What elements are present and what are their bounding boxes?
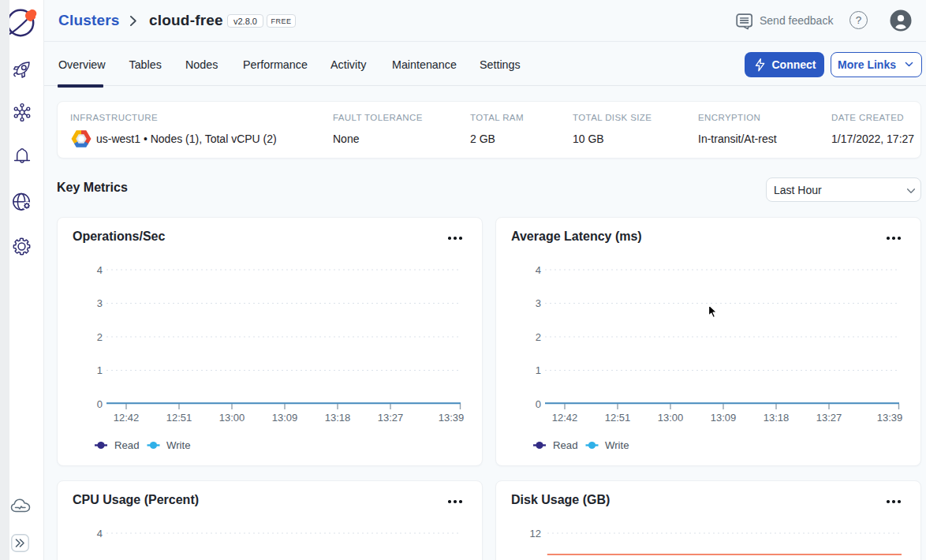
svg-text:13:18: 13:18 [325,412,351,424]
svg-text:12: 12 [530,528,541,539]
svg-text:13:18: 13:18 [764,412,790,424]
svg-text:13:39: 13:39 [877,412,903,424]
svg-text:2: 2 [536,331,541,343]
svg-text:4: 4 [97,528,103,539]
svg-text:2: 2 [97,331,103,343]
svg-text:13:27: 13:27 [378,412,404,424]
svg-text:Read: Read [553,439,578,451]
svg-text:12:51: 12:51 [605,412,631,424]
svg-text:Write: Write [605,439,629,451]
svg-text:1: 1 [536,364,541,376]
svg-text:13:00: 13:00 [658,412,684,424]
svg-text:4: 4 [97,264,103,276]
svg-text:Read: Read [114,439,140,451]
svg-text:1: 1 [97,364,103,376]
svg-text:13:09: 13:09 [272,412,298,424]
svg-text:12:42: 12:42 [114,412,140,424]
svg-text:4: 4 [536,264,541,276]
svg-text:3: 3 [536,297,541,309]
svg-text:3: 3 [97,297,103,309]
svg-text:Write: Write [166,439,191,451]
svg-text:0: 0 [536,398,541,410]
svg-text:13:39: 13:39 [439,412,465,424]
svg-text:13:27: 13:27 [816,412,842,424]
svg-text:13:09: 13:09 [711,412,737,424]
svg-text:13:00: 13:00 [219,412,245,424]
svg-text:0: 0 [97,398,103,410]
svg-text:12:51: 12:51 [166,412,192,424]
svg-text:12:42: 12:42 [552,412,578,424]
